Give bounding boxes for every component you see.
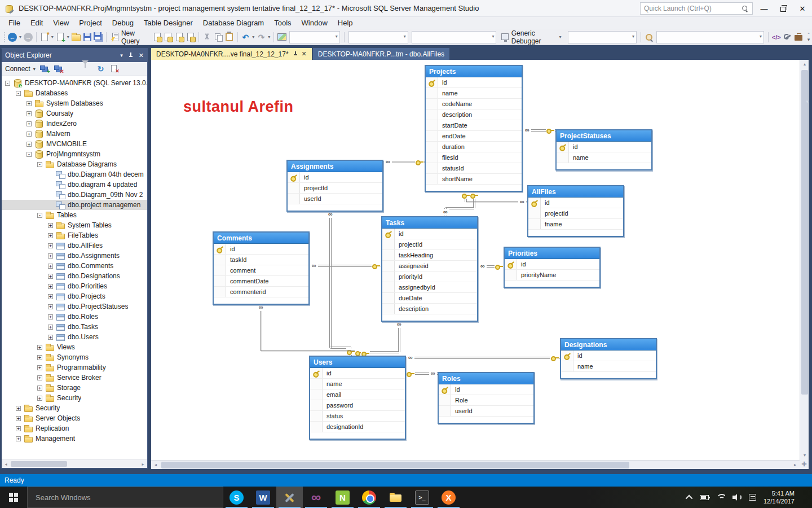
expander-plus-icon[interactable]: + bbox=[48, 325, 53, 330]
menu-project[interactable]: Project bbox=[74, 17, 107, 29]
xml-tool-icon[interactable]: </> bbox=[771, 31, 782, 43]
relationship-line-fk-users-designations[interactable] bbox=[406, 357, 560, 359]
expander-plus-icon[interactable]: + bbox=[48, 253, 53, 259]
expander-plus-icon[interactable]: + bbox=[48, 284, 53, 289]
menu-table-designer[interactable]: Table Designer bbox=[139, 17, 198, 29]
tree-item-filetables[interactable]: +FileTables bbox=[2, 230, 147, 240]
tree-item-server-objects[interactable]: +Server Objects bbox=[2, 413, 147, 423]
column-row[interactable]: description bbox=[426, 110, 522, 120]
close-button[interactable]: ✕ bbox=[793, 0, 812, 17]
menu-debug[interactable]: Debug bbox=[107, 17, 139, 29]
column-row[interactable]: id bbox=[528, 198, 623, 208]
wrench-tool-icon[interactable] bbox=[783, 31, 793, 43]
tree-item-dbo-users[interactable]: +dbo.Users bbox=[2, 332, 147, 342]
find-icon[interactable] bbox=[644, 31, 654, 43]
menu-view[interactable]: View bbox=[48, 17, 74, 29]
column-row[interactable]: taskHeading bbox=[382, 250, 477, 261]
tree-item-dbo-allfiles[interactable]: +dbo.AllFiles bbox=[2, 240, 147, 251]
tree-item-management[interactable]: +Management bbox=[2, 433, 147, 444]
relationship-line-fk-tasks-users[interactable] bbox=[365, 351, 399, 353]
tree-item-tables[interactable]: -Tables bbox=[2, 210, 147, 220]
scroll-left-icon[interactable]: ◂ bbox=[151, 461, 160, 470]
column-row[interactable]: status bbox=[310, 411, 405, 422]
tree-item-synonyms[interactable]: +Synonyms bbox=[2, 352, 147, 362]
tree-item-indexzero[interactable]: +IndexZero bbox=[2, 119, 147, 129]
tree-item-dbo-projectstatuses[interactable]: +dbo.ProjectStatuses bbox=[2, 301, 147, 312]
menu-edit[interactable]: Edit bbox=[25, 17, 48, 29]
column-row[interactable]: priorityId bbox=[382, 271, 477, 282]
expander-plus-icon[interactable]: + bbox=[37, 355, 42, 360]
column-row[interactable]: id bbox=[505, 259, 599, 270]
canvas-hscrollbar[interactable]: ◂ ▸ bbox=[151, 460, 800, 469]
column-row[interactable]: statusId bbox=[426, 163, 522, 174]
entity-table-header[interactable]: ProjectStatuses bbox=[557, 130, 651, 142]
expander-plus-icon[interactable]: + bbox=[48, 294, 53, 299]
entity-table-header[interactable]: Tasks bbox=[382, 217, 477, 229]
start-button[interactable] bbox=[0, 487, 27, 508]
tree-item-dbo-project-managemen[interactable]: dbo.project managemen bbox=[2, 200, 147, 210]
redo-icon[interactable]: ↷ bbox=[256, 31, 266, 43]
scroll-down-icon[interactable]: ▾ bbox=[800, 451, 809, 460]
entity-table-allfiles[interactable]: AllFilesidprojectidfname bbox=[527, 185, 624, 237]
column-row[interactable]: id bbox=[561, 351, 656, 361]
column-row[interactable]: assigneeid bbox=[382, 261, 477, 271]
tree-item-dbo-priorities[interactable]: +dbo.Priorities bbox=[2, 281, 147, 291]
tree-item-dbo-diagram-04th-decem[interactable]: dbo.Diagram 04th decem bbox=[2, 169, 147, 179]
column-row[interactable]: email bbox=[310, 389, 405, 400]
tree-item-projmngmntsystm[interactable]: -ProjMngmntsystm bbox=[2, 149, 147, 159]
add-item-icon[interactable] bbox=[55, 31, 65, 43]
navigate-forward-icon[interactable]: → bbox=[23, 31, 33, 43]
database-engine-query-icon[interactable] bbox=[152, 31, 162, 43]
undo-caret[interactable]: ▾ bbox=[251, 34, 255, 40]
column-row[interactable]: codeName bbox=[426, 99, 522, 110]
tab-list-chevron-icon[interactable]: ▾ bbox=[806, 99, 809, 104]
window-position-icon[interactable]: ▾ bbox=[120, 52, 123, 58]
tree-item-system-databases[interactable]: +System Databases bbox=[2, 98, 147, 108]
relationship-line-fk-comments-users[interactable] bbox=[261, 350, 359, 352]
tree-item-system-tables[interactable]: +System Tables bbox=[2, 220, 147, 230]
pan-widget-icon[interactable]: ✛ bbox=[800, 460, 809, 469]
tree-item-security[interactable]: +Security bbox=[2, 393, 147, 403]
column-row[interactable]: commenterid bbox=[214, 287, 308, 297]
expander-plus-icon[interactable]: + bbox=[16, 416, 21, 421]
find-combobox[interactable] bbox=[656, 31, 764, 43]
expander-minus-icon[interactable]: - bbox=[16, 91, 21, 96]
column-row[interactable]: fname bbox=[528, 219, 623, 230]
tree-item-dbo-diagram-09th-nov-2[interactable]: dbo.Diagram_09th Nov 2 bbox=[2, 190, 147, 200]
close-icon[interactable]: ✕ bbox=[302, 50, 307, 58]
filter-icon[interactable] bbox=[82, 64, 92, 73]
zoom-combobox[interactable] bbox=[289, 31, 340, 43]
script-error-icon[interactable] bbox=[110, 64, 120, 73]
taskbar-search-input[interactable]: Search Windows bbox=[27, 487, 223, 508]
connect-button[interactable]: Connect ▾ bbox=[5, 65, 36, 73]
tree-item-dbo-designations[interactable]: +dbo.Designations bbox=[2, 271, 147, 281]
column-row[interactable]: name bbox=[561, 361, 656, 372]
column-row[interactable]: dueDate bbox=[382, 293, 477, 304]
entity-table-header[interactable]: Projects bbox=[426, 66, 522, 77]
navigate-back-caret[interactable]: ▾ bbox=[18, 34, 23, 40]
column-row[interactable]: id bbox=[310, 368, 405, 379]
column-row[interactable]: userId bbox=[288, 194, 382, 204]
document-tab-active[interactable]: DESKTOP-MA0NFKR....ve final_12_12_17*✕ bbox=[151, 48, 312, 60]
entity-table-projectstatuses[interactable]: ProjectStatusesidname bbox=[555, 129, 652, 170]
column-row[interactable]: description bbox=[382, 304, 477, 314]
column-row[interactable]: filesId bbox=[426, 152, 522, 163]
column-row[interactable]: password bbox=[310, 400, 405, 411]
column-row[interactable]: startDate bbox=[426, 120, 522, 131]
expander-plus-icon[interactable]: + bbox=[48, 314, 53, 319]
wifi-icon[interactable] bbox=[716, 494, 725, 501]
column-row[interactable]: id bbox=[557, 142, 651, 152]
tree-item-security[interactable]: +Security bbox=[2, 403, 147, 413]
expander-plus-icon[interactable]: + bbox=[48, 335, 53, 340]
cut-icon[interactable] bbox=[202, 31, 212, 43]
expander-plus-icon[interactable]: + bbox=[16, 426, 21, 431]
scroll-right-icon[interactable]: ▸ bbox=[791, 461, 800, 470]
taskbar-chrome-icon[interactable] bbox=[356, 487, 382, 508]
taskbar-word-icon[interactable]: W bbox=[250, 487, 276, 508]
entity-table-header[interactable]: Designations bbox=[561, 339, 656, 351]
expander-plus-icon[interactable]: + bbox=[37, 365, 42, 370]
canvas-vscrollbar[interactable]: ▴ ▾ bbox=[800, 60, 809, 460]
expander-plus-icon[interactable]: + bbox=[48, 223, 53, 228]
column-row[interactable]: priorityName bbox=[505, 270, 599, 281]
tree-item-desktop-ma0nfkr-sql-server-13-0-1[interactable]: -DESKTOP-MA0NFKR (SQL Server 13.0.1 bbox=[2, 78, 147, 88]
